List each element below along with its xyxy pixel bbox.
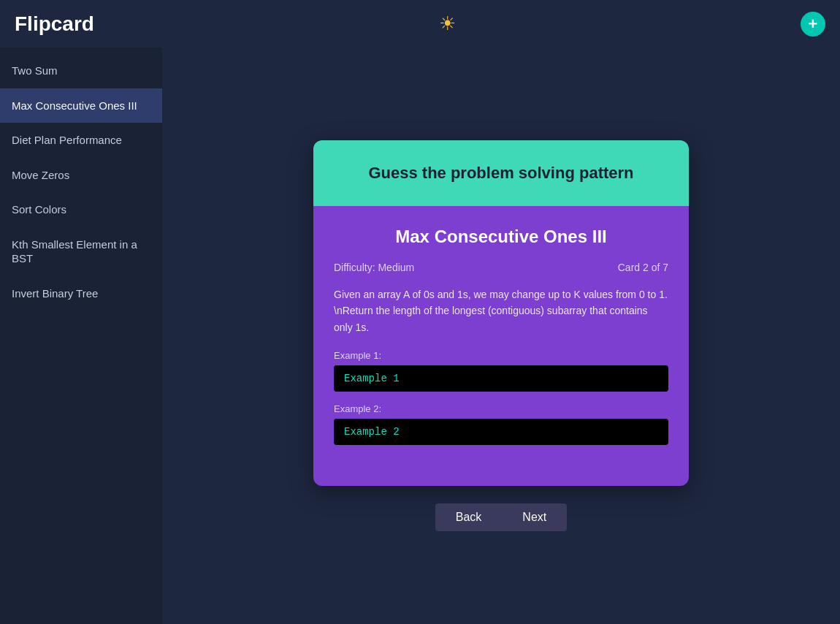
sidebar-item-max-consecutive[interactable]: Max Consecutive Ones III [0, 88, 162, 123]
flashcard-prompt: Guess the problem solving pattern [368, 164, 633, 182]
sun-icon[interactable]: ☀ [439, 12, 456, 35]
sidebar-item-two-sum[interactable]: Two Sum [0, 53, 162, 88]
card-difficulty: Difficulty: Medium [334, 262, 414, 273]
next-button[interactable]: Next [502, 503, 567, 531]
sidebar-item-diet-plan[interactable]: Diet Plan Performance [0, 123, 162, 158]
card-description: Given an array A of 0s and 1s, we may ch… [334, 286, 668, 335]
card-title: Max Consecutive Ones III [334, 227, 668, 247]
example2-box: Example 2 [334, 419, 668, 445]
sidebar-item-move-zeros[interactable]: Move Zeros [0, 158, 162, 193]
example1-label: Example 1: [334, 350, 668, 361]
sidebar-item-invert-binary[interactable]: Invert Binary Tree [0, 276, 162, 311]
card-meta: Difficulty: Medium Card 2 of 7 [334, 262, 668, 273]
flashcard: Guess the problem solving pattern Max Co… [313, 140, 689, 486]
back-button[interactable]: Back [435, 503, 503, 531]
app-title: Flipcard [15, 12, 94, 36]
header-center: ☀ [439, 12, 456, 35]
content-area: Guess the problem solving pattern Max Co… [162, 47, 840, 624]
sidebar: Two Sum Max Consecutive Ones III Diet Pl… [0, 47, 162, 624]
example2-label: Example 2: [334, 403, 668, 414]
sidebar-item-sort-colors[interactable]: Sort Colors [0, 192, 162, 227]
sidebar-item-kth-smallest[interactable]: Kth Smallest Element in a BST [0, 227, 162, 276]
main-layout: Two Sum Max Consecutive Ones III Diet Pl… [0, 47, 840, 624]
flashcard-top: Guess the problem solving pattern [313, 140, 689, 206]
header: Flipcard ☀ + [0, 0, 840, 47]
card-number: Card 2 of 7 [618, 262, 668, 273]
nav-buttons: Back Next [435, 503, 567, 531]
add-button[interactable]: + [801, 12, 825, 37]
example1-box: Example 1 [334, 365, 668, 392]
flashcard-bottom: Max Consecutive Ones III Difficulty: Med… [313, 206, 689, 486]
